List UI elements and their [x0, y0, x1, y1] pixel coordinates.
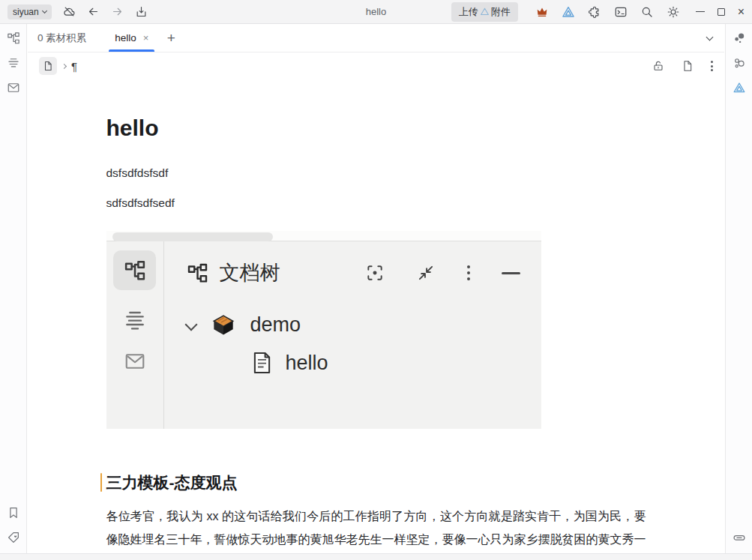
back-icon[interactable]: [87, 5, 100, 18]
bookmark-icon[interactable]: [7, 506, 20, 520]
graph-circles-icon[interactable]: [733, 56, 746, 70]
chevron-down-icon: [42, 8, 47, 13]
titlebar: siyuan: [0, 0, 752, 24]
doc-tree-icon[interactable]: [7, 31, 20, 45]
doc-properties-icon[interactable]: [682, 60, 694, 72]
tab-material[interactable]: 0 素材积累: [28, 24, 96, 52]
more-options-icon[interactable]: [711, 61, 713, 71]
editor: ¶ hello dsfsdf: [28, 52, 724, 553]
link-icon[interactable]: [733, 531, 746, 544]
upload-label-suffix: 附件: [491, 5, 511, 19]
outline-icon[interactable]: [7, 56, 20, 70]
close-button[interactable]: ×: [738, 6, 745, 18]
breadcrumb-doc-icon[interactable]: [39, 57, 57, 75]
screenshot-panel-tree-icon: [187, 262, 208, 284]
screenshot-focus-icon: [365, 263, 385, 283]
workspace-label: siyuan: [13, 7, 39, 17]
unlock-icon[interactable]: [652, 60, 664, 72]
siyuan-app-window: siyuan: [0, 0, 752, 560]
paragraph-block[interactable]: dsfsdfdsfsdf: [106, 166, 646, 181]
section-heading-text: 三力模板-态度观点: [106, 474, 238, 491]
tab-close-icon[interactable]: ×: [143, 32, 149, 43]
document-content: hello dsfsdfdsfsdf sdfsdfsdfsedf: [106, 79, 646, 553]
breadcrumb: ¶: [28, 52, 724, 79]
status-bar: [0, 553, 752, 560]
screenshot-panel: 文档树: [164, 241, 541, 429]
document-title[interactable]: hello: [106, 114, 646, 142]
maximize-button[interactable]: [718, 8, 725, 16]
tag-icon[interactable]: [7, 531, 20, 544]
screenshot-minimize-icon: [502, 272, 520, 274]
screenshot-notebook-row: demo: [187, 310, 541, 339]
cloud-off-icon[interactable]: [63, 5, 76, 18]
tab-hello[interactable]: hello ×: [105, 24, 158, 52]
new-tab-button[interactable]: +: [158, 24, 184, 52]
section-body-paragraph[interactable]: 各位考官，我认为 xx 的这句话给我们今后的工作指明了方向，这个方向就是踏实肯干…: [106, 505, 646, 553]
main-area: 0 素材积累 hello × + ¶: [28, 24, 724, 553]
screenshot-document-row: hello: [250, 349, 541, 376]
backlink-dots-icon[interactable]: [733, 31, 746, 45]
plugin-puzzle-icon[interactable]: [588, 5, 601, 19]
search-icon[interactable]: [640, 5, 654, 19]
right-dock: [725, 24, 752, 553]
siyuan-logo-icon[interactable]: [562, 5, 575, 19]
screenshot-document-icon: [250, 349, 274, 376]
screenshot-panel-title: 文档树: [220, 259, 280, 286]
left-dock: [0, 24, 27, 553]
screenshot-document-label: hello: [286, 352, 328, 375]
upload-attachment-button[interactable]: 上传 附件: [451, 2, 518, 22]
tab-list-chevron[interactable]: [707, 24, 724, 52]
vip-crown-icon[interactable]: [535, 5, 549, 19]
screenshot-collapse-icon: [416, 263, 436, 283]
siyuan-triangle-icon[interactable]: [733, 81, 746, 94]
heading-marker: [100, 473, 103, 492]
embedded-screenshot-image[interactable]: 文档树: [106, 231, 541, 429]
screenshot-dock: [106, 241, 164, 429]
save-icon[interactable]: [135, 5, 148, 18]
screenshot-doc-tree-icon: [113, 250, 156, 290]
upload-label-prefix: 上传: [459, 5, 478, 19]
paragraph-block[interactable]: sdfsdfsdfsedf: [106, 196, 646, 211]
section-heading[interactable]: 三力模板-态度观点: [106, 472, 646, 493]
tab-label: 0 素材积累: [37, 31, 86, 45]
inbox-envelope-icon[interactable]: [7, 81, 20, 94]
screenshot-chevron-down-icon: [184, 319, 197, 331]
tab-label: hello: [115, 32, 136, 43]
theme-sun-icon[interactable]: [667, 5, 680, 19]
screenshot-notebook-label: demo: [250, 313, 301, 337]
screenshot-notebook-icon: [208, 310, 239, 339]
tab-bar: 0 素材积累 hello × +: [28, 24, 724, 52]
workspace-button[interactable]: siyuan: [7, 4, 52, 19]
screenshot-more-icon: [467, 265, 470, 280]
logo-triangle-icon: [480, 7, 490, 16]
minimize-button[interactable]: [696, 11, 705, 12]
breadcrumb-separator-icon: [61, 63, 67, 68]
screenshot-envelope-icon: [123, 350, 147, 373]
screenshot-outline-icon: [122, 308, 148, 332]
screenshot-toolbar-pill: [112, 232, 273, 241]
breadcrumb-paragraph[interactable]: ¶: [71, 60, 77, 73]
forward-icon[interactable]: [111, 5, 124, 18]
screenshot-toolbar-strip: [106, 231, 541, 241]
terminal-icon[interactable]: [614, 5, 628, 19]
